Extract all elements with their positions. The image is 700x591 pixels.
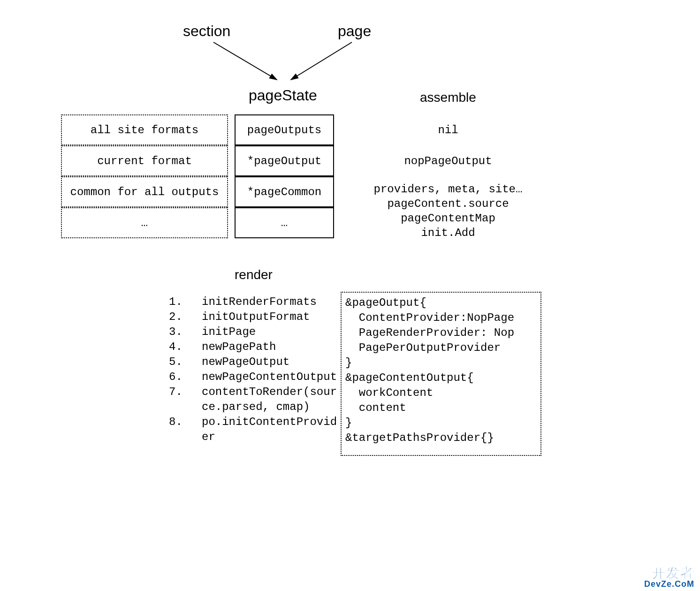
mid-cell-0: pageOutputs: [235, 114, 334, 145]
assemble-row-4: pageContentMap: [347, 212, 549, 225]
svg-line-1: [291, 42, 352, 80]
assemble-row-0: nil: [347, 114, 549, 145]
mid-cell-2: *pageCommon: [235, 176, 334, 207]
render-right-box: &pageOutput{ ContentProvider:NopPage Pag…: [341, 292, 541, 456]
left-cell-0: all site formats: [61, 114, 228, 145]
left-cell-2: common for all outputs: [61, 176, 228, 207]
watermark-cn: 开发者: [644, 567, 694, 580]
render-step-1: 1.initRenderFormats: [169, 295, 338, 310]
assemble-row-1: nopPageOutput: [347, 145, 549, 176]
render-list: 1.initRenderFormats 2.initOutputFormat 3…: [169, 295, 338, 445]
watermark: 开发者 DevZe.CoM: [644, 567, 694, 588]
render-step-7: 7.contentToRender(source.parsed, cmap): [169, 385, 338, 415]
left-cell-1: current format: [61, 145, 228, 176]
watermark-en: DevZe.CoM: [644, 580, 694, 588]
assemble-row-2: providers, meta, site…: [347, 183, 549, 196]
assemble-row-5: init.Add: [347, 227, 549, 239]
mid-cell-3: …: [235, 207, 334, 238]
render-step-4: 4.newPagePath: [169, 340, 338, 355]
render-step-6: 6.newPageContentOutput: [169, 370, 338, 385]
render-step-2: 2.initOutputFormat: [169, 310, 338, 325]
assemble-row-0-text: nil: [347, 124, 549, 136]
render-heading: render: [235, 267, 273, 282]
svg-line-0: [213, 42, 277, 80]
render-step-8: 8.po.initContentProvider: [169, 415, 338, 445]
render-step-5: 5.newPageOutput: [169, 355, 338, 370]
assemble-row-3: pageContent.source: [347, 197, 549, 210]
left-cell-3: …: [61, 207, 228, 238]
assemble-row-1-text: nopPageOutput: [347, 155, 549, 167]
render-step-3: 3.initPage: [169, 325, 338, 340]
assemble-row-2-block: providers, meta, site… pageContent.sourc…: [347, 183, 549, 239]
assemble-heading: assemble: [420, 90, 476, 105]
pagestate-heading: pageState: [249, 87, 317, 104]
mid-cell-1: *pageOutput: [235, 145, 334, 176]
